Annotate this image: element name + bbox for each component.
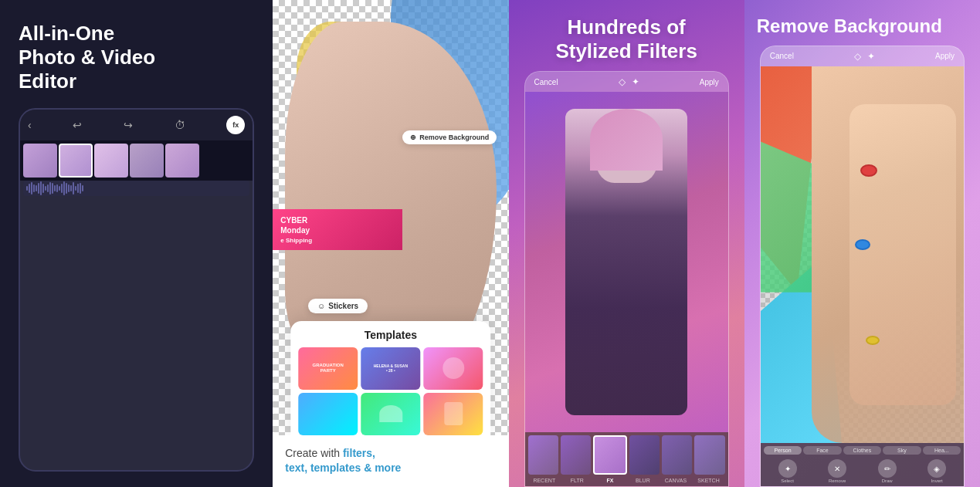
- remove-bg-chip[interactable]: ⊕ Remove Background: [402, 130, 497, 144]
- panel-3: Hundreds of Stylized Filters Cancel ◇ ✦ …: [509, 0, 744, 487]
- filmstrip-thumb-4[interactable]: [130, 144, 164, 178]
- wave-25: [82, 185, 83, 191]
- wave-7: [40, 181, 42, 195]
- filmstrip: [20, 140, 253, 181]
- template-label-helena: HELENA & SUSAN• 28 •: [372, 362, 409, 374]
- templates-grid: GRADUATIONPARTY HELENA & SUSAN• 28 •: [298, 347, 483, 435]
- hand-rings-detail: [849, 104, 956, 406]
- wave-16: [61, 184, 63, 193]
- cat-tab-person[interactable]: Person: [764, 446, 802, 455]
- waveform: [23, 181, 249, 196]
- panel-4: Remove Background Cancel ◇ ✦ Apply: [744, 0, 980, 487]
- cyber-monday-section: CYBER Monday e Shipping: [273, 209, 402, 250]
- hand-rings: [812, 66, 964, 443]
- timer-icon: ⏱: [175, 119, 185, 131]
- select-icon: ✦: [778, 459, 797, 478]
- screen-4-toolbar: Cancel ◇ ✦ Apply: [761, 46, 964, 66]
- filmstrip-thumb-5[interactable]: [165, 144, 199, 178]
- template-thumb-graduation[interactable]: GRADUATIONPARTY: [298, 347, 358, 390]
- panel-1-title: All-in-One Photo & Video Editor: [19, 22, 254, 94]
- wave-3: [31, 182, 32, 194]
- templates-card: Templates GRADUATIONPARTY HELENA & SUSAN…: [290, 321, 490, 435]
- panel-2: CYBER Monday e Shipping ⊕ Remove Backgro…: [273, 0, 508, 487]
- screen-4-bottom: Person Face Clothes Sky Hea... ✦ Select …: [761, 443, 964, 486]
- wave-5: [36, 185, 37, 191]
- dancer-hair: [590, 109, 663, 170]
- filmstrip-thumb-2[interactable]: [59, 144, 93, 178]
- wave-13: [54, 185, 56, 191]
- filter-label-fx: FX: [594, 478, 627, 483]
- cancel-button-4[interactable]: Cancel: [770, 52, 794, 60]
- wave-12: [52, 183, 53, 194]
- screen-3-filters: RECENT FLTR FX BLUR CANVAS SKETCH: [525, 432, 728, 486]
- action-btn-remove[interactable]: ✕ Remove: [813, 459, 861, 483]
- stickers-chip[interactable]: ☺ Stickers: [308, 299, 368, 313]
- filter-sketch[interactable]: [694, 435, 724, 475]
- filmstrip-thumb-3[interactable]: [94, 144, 128, 178]
- wave-20: [70, 185, 72, 191]
- select-label: Select: [781, 479, 794, 483]
- ring-red: [860, 164, 877, 177]
- redo-icon: ↪: [124, 119, 133, 131]
- action-btn-invert[interactable]: ◈ Invert: [913, 459, 961, 483]
- filter-labels: RECENT FLTR FX BLUR CANVAS SKETCH: [525, 476, 728, 486]
- panel-3-header: Hundreds of Stylized Filters: [509, 0, 744, 71]
- cat-tab-face[interactable]: Face: [803, 446, 841, 455]
- filter-thumbs: [525, 432, 728, 476]
- apply-button-4[interactable]: Apply: [935, 52, 955, 60]
- filter-canvas[interactable]: [662, 435, 692, 475]
- template-thumb-helena[interactable]: HELENA & SUSAN• 28 •: [361, 347, 420, 390]
- filter-blur[interactable]: [629, 435, 660, 475]
- dancer-figure: [565, 109, 687, 415]
- cat-tab-sky[interactable]: Sky: [883, 446, 921, 455]
- filter-label-blur: BLUR: [626, 478, 660, 483]
- undo-icon: ↩: [73, 119, 82, 131]
- filmstrip-thumb-1[interactable]: [23, 144, 57, 178]
- filter-label-sketch: SKETCH: [692, 478, 725, 483]
- wave-22: [75, 186, 76, 191]
- panel-3-title: Hundreds of Stylized Filters: [521, 15, 732, 63]
- draw-label: Draw: [882, 479, 893, 483]
- action-btn-draw[interactable]: ✏ Draw: [863, 459, 911, 483]
- filter-label-recent: RECENT: [528, 478, 561, 483]
- magic-wand-icon-4: ◇: [854, 51, 861, 62]
- panel-4-header: Remove Background: [744, 0, 980, 46]
- filter-recent[interactable]: [528, 435, 558, 475]
- cursor-icon: ⊕: [410, 134, 416, 141]
- action-buttons-4: ✦ Select ✕ Remove ✏ Draw ◈ Invert: [761, 456, 964, 486]
- screen-3-toolbar: Cancel ◇ ✦ Apply: [525, 72, 728, 92]
- fx-button[interactable]: fx: [226, 116, 245, 134]
- filter-label-canvas: CANVAS: [660, 478, 693, 483]
- wave-23: [77, 184, 79, 193]
- wave-14: [56, 184, 58, 192]
- template-thumb-4[interactable]: [298, 393, 358, 435]
- desc-highlight-filters: filters,: [343, 447, 375, 459]
- magic-wand-icon-3: ◇: [619, 76, 626, 87]
- ring-blue: [855, 239, 870, 250]
- action-btn-select[interactable]: ✦ Select: [764, 459, 812, 483]
- wave-2: [29, 184, 30, 193]
- template-thumb-6[interactable]: [423, 393, 483, 435]
- filter-fltr[interactable]: [561, 435, 591, 475]
- template-thumb-5[interactable]: [361, 393, 420, 435]
- filter-fx[interactable]: [593, 435, 626, 475]
- shield-icon-3: ✦: [632, 76, 639, 87]
- category-tabs: Person Face Clothes Sky Hea...: [761, 443, 964, 456]
- apply-button-3[interactable]: Apply: [700, 78, 719, 86]
- templates-title: Templates: [298, 329, 483, 341]
- invert-icon: ◈: [927, 459, 946, 478]
- cancel-button-3[interactable]: Cancel: [534, 78, 558, 86]
- phone-screen-4: Cancel ◇ ✦ Apply: [760, 46, 965, 487]
- wave-15: [59, 186, 60, 191]
- wave-8: [42, 184, 44, 193]
- wave-4: [33, 184, 35, 192]
- shield-icon-4: ✦: [867, 51, 875, 62]
- screen-4-image: [761, 66, 964, 443]
- wave-6: [38, 183, 39, 194]
- ring-gold: [866, 336, 880, 345]
- cat-tab-head[interactable]: Hea...: [923, 446, 961, 455]
- screen-4-icons: ◇ ✦: [854, 51, 875, 62]
- template-thumb-3[interactable]: [423, 347, 483, 390]
- screen-3-icons: ◇ ✦: [619, 76, 639, 87]
- cat-tab-clothes[interactable]: Clothes: [843, 446, 881, 455]
